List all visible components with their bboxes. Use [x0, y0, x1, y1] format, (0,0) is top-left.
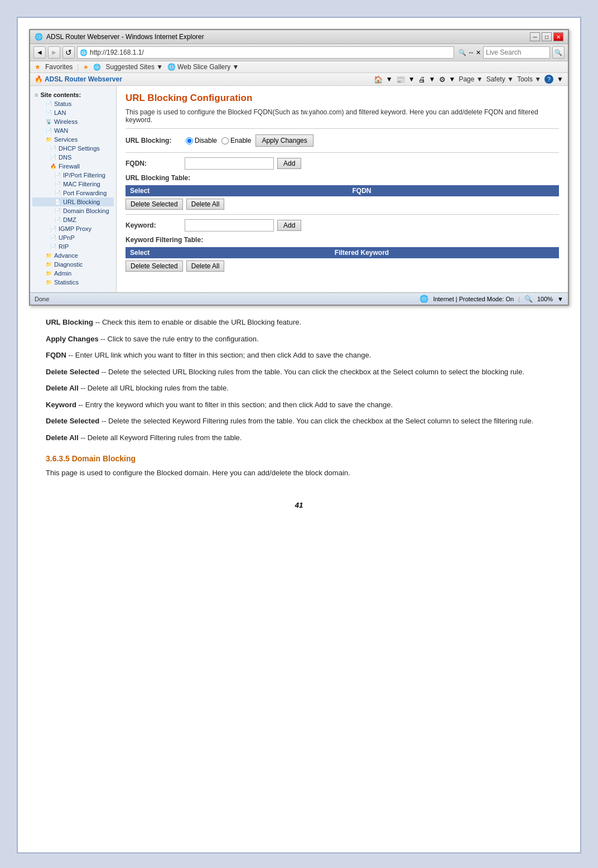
- para-delete-all-1: Delete All -- Delete all URL blocking ru…: [46, 383, 552, 394]
- minimize-button[interactable]: ─: [530, 32, 540, 41]
- safety-menu[interactable]: Safety ▼: [486, 75, 514, 83]
- sidebar-item-diagnostic[interactable]: 📁 Diagnostic: [32, 260, 114, 269]
- sidebar-item-lan[interactable]: 📄 LAN: [32, 108, 114, 117]
- keyword-delete-all-button[interactable]: Delete All: [186, 261, 225, 272]
- back-button[interactable]: ◄: [33, 46, 46, 59]
- fqdn-input[interactable]: [185, 157, 274, 170]
- sidebar-item-firewall[interactable]: 🔥 Firewall: [32, 162, 114, 171]
- disable-option[interactable]: Disable: [186, 137, 217, 144]
- sidebar-wan-label: WAN: [54, 127, 68, 134]
- sidebar-item-port-fwd[interactable]: 📄 Port Forwarding: [32, 189, 114, 197]
- status-done: Done: [35, 296, 49, 302]
- url-blocking-row: URL Blocking: Disable Enable Apply Chang…: [126, 134, 559, 147]
- term-url-blocking: URL Blocking: [46, 318, 93, 326]
- forward-button[interactable]: ►: [48, 46, 60, 59]
- ip-port-icon: 📄: [55, 172, 61, 178]
- live-search-input[interactable]: [483, 46, 550, 59]
- favorites-icon3: 🌐: [93, 64, 101, 71]
- sidebar-item-ip-port[interactable]: 📄 IP/Port Filtering: [32, 171, 114, 180]
- sidebar-item-wireless[interactable]: 📡 Wireless: [32, 117, 114, 126]
- fqdn-row: FQDN: Add: [126, 157, 559, 170]
- sidebar-domain-blocking-label: Domain Blocking: [63, 208, 109, 214]
- sidebar-item-status[interactable]: 📄 Status: [32, 99, 114, 108]
- page-number: 41: [29, 501, 569, 509]
- address-text: http://192.168.1.1/: [90, 49, 144, 56]
- sidebar-item-statistics[interactable]: 📁 Statistics: [32, 278, 114, 287]
- sidebar-advance-label: Advance: [54, 252, 78, 259]
- fqdn-col-fqdn: FQDN: [169, 187, 554, 195]
- refresh-button[interactable]: ↺: [62, 46, 75, 59]
- suggested-sites-link[interactable]: Suggested Sites ▼: [105, 63, 163, 71]
- sidebar-item-url-blocking[interactable]: 📄 URL Blocking: [32, 197, 114, 206]
- sidebar-admin-label: Admin: [54, 270, 71, 277]
- search-button[interactable]: 🔍: [552, 46, 565, 59]
- page-menu[interactable]: Page ▼: [459, 75, 483, 83]
- address-bar[interactable]: 🌐 http://192.168.1.1/: [77, 46, 454, 59]
- para-delete-all-2: Delete All -- Delete all Keyword Filteri…: [46, 432, 552, 443]
- disable-label: Disable: [195, 137, 217, 144]
- admin-icon: 📁: [46, 271, 52, 276]
- zoom-icon: 🔍: [524, 295, 533, 303]
- tools-menu[interactable]: Tools ▼: [517, 75, 541, 83]
- para-apply-changes: Apply Changes -- Click to save the rule …: [46, 334, 552, 345]
- wan-icon: 📄: [46, 128, 52, 133]
- toolbar-rss-icon: 📰: [396, 75, 405, 84]
- enable-option[interactable]: Enable: [221, 137, 251, 144]
- sidebar-rip-label: RIP: [59, 243, 69, 250]
- sidebar-item-dhcp[interactable]: 📄 DHCP Settings: [32, 144, 114, 153]
- titlebar-controls: ─ □ ✕: [530, 32, 563, 41]
- favorites-link[interactable]: Favorites: [45, 63, 73, 71]
- browser-titlebar: 🌐 ADSL Router Webserver - Windows Intern…: [30, 30, 568, 44]
- fqdn-col-select: Select: [130, 187, 158, 195]
- page-menu-label: Page ▼: [459, 75, 483, 83]
- dns-icon: 📄: [50, 155, 56, 160]
- disable-radio[interactable]: [186, 137, 193, 144]
- sidebar-item-dns[interactable]: 📄 DNS: [32, 153, 114, 162]
- sidebar-firewall-label: Firewall: [59, 163, 80, 170]
- fqdn-add-button[interactable]: Add: [277, 158, 301, 169]
- sidebar-item-igmp[interactable]: 📄 IGMP Proxy: [32, 224, 114, 233]
- web-slice-link[interactable]: 🌐 Web Slice Gallery ▼: [167, 63, 239, 71]
- sidebar-lan-label: LAN: [54, 109, 66, 116]
- keyword-input[interactable]: [185, 219, 274, 232]
- sidebar-diagnostic-label: Diagnostic: [54, 261, 83, 268]
- favorites-star-icon: ★: [35, 63, 41, 71]
- igmp-icon: 📄: [50, 226, 56, 232]
- maximize-button[interactable]: □: [542, 32, 552, 41]
- term-delete-selected-2: Delete Selected: [46, 417, 99, 425]
- nav-toolbar: ◄ ► ↺ 🌐 http://192.168.1.1/ 🔍 ↔ ✕ 🔍: [30, 44, 568, 61]
- keyword-delete-selected-button[interactable]: Delete Selected: [126, 261, 183, 272]
- upnp-icon: 📄: [50, 235, 56, 240]
- sidebar-item-services[interactable]: 📁 Services: [32, 135, 114, 144]
- separator-1: [126, 152, 559, 153]
- services-icon: 📁: [46, 137, 52, 142]
- sidebar-item-rip[interactable]: 📄 RIP: [32, 242, 114, 251]
- ie-toolbar-right: 🏠 ▼ 📰 ▼ 🖨 ▼ ⚙ ▼ Page ▼ Safety ▼ Tools ▼ …: [374, 75, 563, 84]
- sidebar-item-upnp[interactable]: 📄 UPnP: [32, 233, 114, 242]
- toolbar-print-icon: 🖨: [418, 75, 426, 84]
- enable-radio[interactable]: [221, 137, 229, 144]
- favorites-label: Favorites: [45, 63, 73, 71]
- sidebar-item-domain-blocking[interactable]: 📄 Domain Blocking: [32, 206, 114, 215]
- web-slice-icon: 🌐: [167, 63, 176, 71]
- fqdn-delete-selected-button[interactable]: Delete Selected: [126, 199, 183, 210]
- tools-menu-label: Tools ▼: [517, 75, 541, 83]
- url-blocking-radio-group: Disable Enable: [186, 137, 251, 144]
- sidebar-item-advance[interactable]: 📁 Advance: [32, 251, 114, 260]
- url-blocking-table-title: URL Blocking Table:: [126, 174, 559, 182]
- diagnostic-icon: 📁: [46, 262, 52, 267]
- help-arrow: ▼: [557, 75, 563, 83]
- keyword-add-button[interactable]: Add: [277, 220, 301, 231]
- apply-changes-button[interactable]: Apply Changes: [255, 134, 313, 147]
- close-button[interactable]: ✕: [553, 32, 563, 41]
- sidebar-item-mac[interactable]: 📄 MAC Filtering: [32, 180, 114, 189]
- sidebar-dmz-label: DMZ: [63, 216, 76, 223]
- term-delete-all-2: Delete All: [46, 433, 79, 442]
- sidebar-ip-port-label: IP/Port Filtering: [63, 172, 105, 179]
- fqdn-delete-all-button[interactable]: Delete All: [186, 199, 225, 210]
- sidebar-item-dmz[interactable]: 📄 DMZ: [32, 215, 114, 224]
- port-fwd-icon: 📄: [55, 190, 61, 196]
- sidebar-item-admin[interactable]: 📁 Admin: [32, 269, 114, 278]
- term-apply-changes: Apply Changes: [46, 335, 99, 343]
- sidebar-item-wan[interactable]: 📄 WAN: [32, 126, 114, 135]
